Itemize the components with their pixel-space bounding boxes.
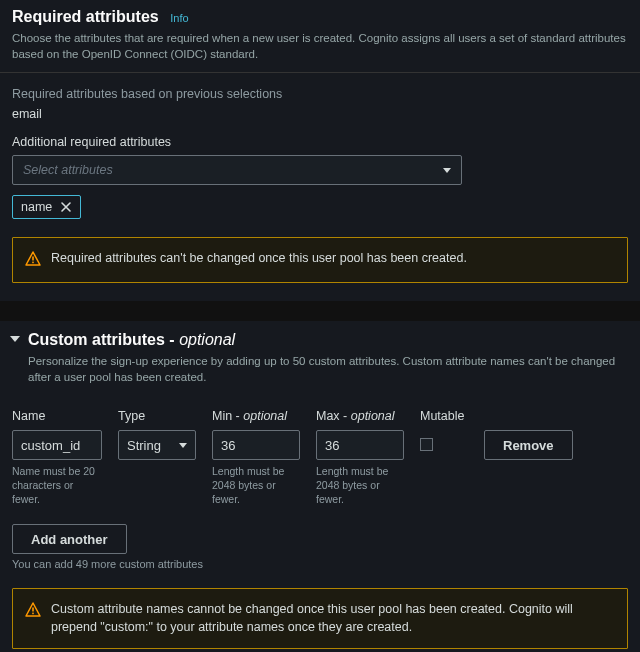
- panel-description: Choose the attributes that are required …: [12, 30, 628, 62]
- max-column-label: Max - optional: [316, 409, 404, 423]
- select-placeholder: Select attributes: [23, 163, 113, 177]
- panel-title: Required attributes: [12, 8, 159, 26]
- panel-body: Required attributes based on previous se…: [0, 73, 640, 301]
- name-input[interactable]: [12, 430, 102, 460]
- custom-attribute-row: Name Name must be 20 characters or fewer…: [12, 409, 628, 506]
- custom-description: Personalize the sign-up experience by ad…: [28, 353, 618, 385]
- previous-selections-value: email: [12, 107, 628, 121]
- add-hint: You can add 49 more custom attributes: [12, 558, 628, 570]
- type-column-label: Type: [118, 409, 196, 423]
- required-attributes-panel: Required attributes Info Choose the attr…: [0, 0, 640, 301]
- min-hint: Length must be 2048 bytes or fewer.: [212, 465, 300, 506]
- expand-header: Custom attributes - optional Personalize…: [0, 321, 640, 395]
- warning-icon: [25, 251, 41, 270]
- custom-attributes-panel: Custom attributes - optional Personalize…: [0, 321, 640, 652]
- warning-text: Custom attribute names cannot be changed…: [51, 601, 615, 636]
- custom-body: Name Name must be 20 characters or fewer…: [0, 395, 640, 652]
- chevron-down-icon[interactable]: [10, 336, 20, 342]
- warning-text: Required attributes can't be changed onc…: [51, 250, 467, 268]
- additional-attributes-label: Additional required attributes: [12, 135, 628, 149]
- attribute-token-name: name: [12, 195, 81, 219]
- max-hint: Length must be 2048 bytes or fewer.: [316, 465, 404, 506]
- required-warning-alert: Required attributes can't be changed onc…: [12, 237, 628, 283]
- panel-header: Required attributes Info Choose the attr…: [0, 0, 640, 73]
- custom-warning-alert: Custom attribute names cannot be changed…: [12, 588, 628, 649]
- chevron-down-icon: [443, 168, 451, 173]
- previous-selections-label: Required attributes based on previous se…: [12, 87, 628, 101]
- min-column-label: Min - optional: [212, 409, 300, 423]
- svg-rect-2: [32, 608, 34, 612]
- attributes-select[interactable]: Select attributes: [12, 155, 462, 185]
- close-icon[interactable]: [60, 201, 72, 213]
- svg-rect-3: [32, 613, 34, 615]
- svg-rect-0: [32, 257, 34, 261]
- info-link[interactable]: Info: [170, 12, 188, 24]
- add-another-button[interactable]: Add another: [12, 524, 127, 554]
- name-hint: Name must be 20 characters or fewer.: [12, 465, 102, 506]
- warning-icon: [25, 602, 41, 621]
- min-input[interactable]: [212, 430, 300, 460]
- mutable-column-label: Mutable: [420, 409, 468, 423]
- max-input[interactable]: [316, 430, 404, 460]
- svg-rect-1: [32, 262, 34, 264]
- custom-title: Custom attributes - optional: [28, 331, 618, 349]
- type-select[interactable]: String: [118, 430, 196, 460]
- mutable-checkbox[interactable]: [420, 438, 433, 451]
- chevron-down-icon: [179, 443, 187, 448]
- token-label: name: [21, 200, 52, 214]
- name-column-label: Name: [12, 409, 102, 423]
- remove-button[interactable]: Remove: [484, 430, 573, 460]
